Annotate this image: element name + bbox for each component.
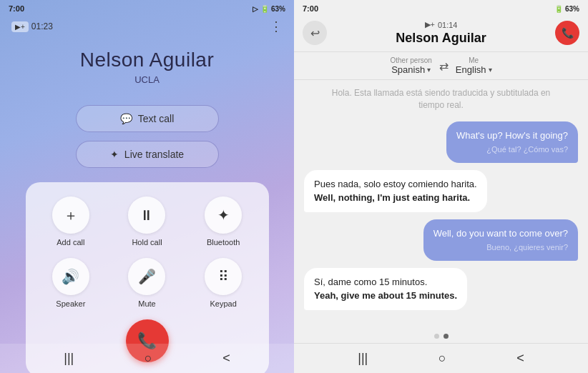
system-message-text: Hola. Esta llamada está siendo traducida…: [332, 88, 551, 110]
other-person-label: Other person: [390, 56, 431, 64]
recents-nav-left[interactable]: |||: [64, 351, 74, 366]
recents-nav-right[interactable]: |||: [358, 351, 368, 366]
other-language-value: Spanish: [391, 64, 425, 75]
page-dots: [294, 329, 588, 343]
battery-icon-left: ▷ 🔋 63%: [253, 5, 285, 13]
back-button-right[interactable]: ↩: [303, 21, 327, 45]
system-message: Hola. Esta llamada está siendo traducida…: [304, 87, 578, 111]
time-left: 7:00: [9, 4, 24, 13]
message-bubble-3: Well, do you want to come over? Bueno, ¿…: [423, 219, 578, 261]
add-call-control[interactable]: ＋ Add call: [52, 197, 89, 247]
left-phone: 7:00 ▷ 🔋 63% ▶+ 01:23 ⋮ Nelson Aguilar U…: [0, 0, 294, 373]
end-call-button-right[interactable]: 📞: [555, 21, 579, 45]
text-call-button[interactable]: 💬 Text call: [76, 105, 219, 132]
message-4-translation: Yeah, give me about 15 minutes.: [314, 289, 457, 303]
more-options-button[interactable]: ⋮: [270, 19, 283, 34]
hold-call-icon: ⏸: [128, 197, 165, 234]
add-call-label: Add call: [57, 238, 84, 247]
other-language-arrow: ▾: [427, 66, 431, 74]
my-language-value: English: [456, 64, 486, 75]
speaker-label: Speaker: [56, 299, 85, 308]
other-person-lang-group: Other person Spanish ▾: [390, 56, 431, 75]
live-translate-label: Live translate: [124, 149, 184, 160]
time-right: 7:00: [303, 4, 318, 13]
caller-info-right: ▶+ 01:14 Nelson Aguilar: [327, 20, 555, 46]
back-nav-left[interactable]: <: [222, 351, 230, 366]
caller-subtitle-left: UCLA: [134, 74, 160, 85]
home-nav-left[interactable]: ○: [144, 351, 152, 366]
language-row: Other person Spanish ▾ ⇄ Me English ▾: [294, 52, 588, 80]
video-badge-left: ▶+: [11, 21, 29, 32]
action-buttons: 💬 Text call ✦ Live translate: [76, 105, 219, 168]
home-nav-right[interactable]: ○: [438, 351, 446, 366]
bluetooth-icon: ✦: [205, 197, 242, 234]
controls-row-2: 🔊 Speaker 🎤 Mute ⠿ Keypad: [33, 258, 262, 308]
back-icon-right: ↩: [310, 26, 320, 40]
duration-text-right: 01:14: [438, 21, 458, 29]
hold-call-label: Hold call: [132, 238, 162, 247]
message-2-translation: Well, nothing, I'm just eating harita.: [314, 191, 477, 205]
keypad-label: Keypad: [210, 299, 236, 308]
message-3-original: Well, do you want to come over?: [433, 227, 568, 241]
status-bar-right: 7:00 🔋 63%: [294, 0, 588, 17]
status-icons-left: ▷ 🔋 63%: [253, 5, 285, 13]
message-bubble-1: What's up? How's it going? ¿Qué tal? ¿Có…: [446, 121, 578, 163]
video-plus-icon: ▶+: [15, 23, 25, 31]
hold-call-control[interactable]: ⏸ Hold call: [128, 197, 165, 247]
keypad-control[interactable]: ⠿ Keypad: [205, 258, 242, 308]
other-language-select[interactable]: Spanish ▾: [391, 64, 431, 75]
caller-name-right: Nelson Aguilar: [396, 31, 486, 46]
add-call-icon: ＋: [52, 197, 89, 234]
message-1-original: What's up? How's it going?: [456, 129, 568, 143]
my-language-arrow: ▾: [489, 66, 492, 74]
caller-name-left: Nelson Aguilar: [80, 49, 215, 71]
my-language-select[interactable]: English ▾: [456, 64, 492, 75]
bluetooth-control[interactable]: ✦ Bluetooth: [205, 197, 242, 247]
call-header-right: ↩ ▶+ 01:14 Nelson Aguilar 📞: [294, 17, 588, 52]
status-icons-right: 🔋 63%: [554, 5, 579, 13]
mute-control[interactable]: 🎤 Mute: [128, 258, 165, 308]
dot-2: [444, 334, 449, 339]
my-lang-group: Me English ▾: [456, 56, 492, 75]
message-4-original: Sí, dame como 15 minutos.: [314, 275, 457, 289]
nav-bar-left: ||| ○ <: [0, 344, 294, 373]
video-badge-right: ▶+: [425, 20, 435, 29]
live-translate-icon: ✦: [110, 149, 119, 160]
live-translate-button[interactable]: ✦ Live translate: [76, 141, 219, 168]
text-call-icon: 💬: [120, 113, 132, 124]
end-call-icon-right: 📞: [562, 27, 574, 39]
nav-bar-right: ||| ○ <: [294, 343, 588, 373]
call-duration-left: ▶+ 01:23: [11, 21, 53, 32]
controls-row-1: ＋ Add call ⏸ Hold call ✦ Bluetooth: [33, 197, 262, 247]
keypad-icon: ⠿: [205, 258, 242, 295]
battery-icon-right: 🔋 63%: [554, 5, 579, 13]
mute-icon: 🎤: [128, 258, 165, 295]
call-header-left: ▶+ 01:23 ⋮: [0, 17, 294, 34]
call-duration-right: ▶+ 01:14: [425, 20, 458, 29]
swap-languages-button[interactable]: ⇄: [439, 59, 449, 73]
me-label: Me: [469, 56, 479, 64]
message-1-translation: ¿Qué tal? ¿Cómo vas?: [456, 144, 568, 156]
message-bubble-4: Sí, dame como 15 minutos. Yeah, give me …: [304, 268, 467, 310]
speaker-icon: 🔊: [52, 258, 89, 295]
bluetooth-label: Bluetooth: [207, 238, 240, 247]
status-bar-left: 7:00 ▷ 🔋 63%: [0, 0, 294, 17]
text-call-label: Text call: [138, 113, 175, 124]
message-bubble-2: Pues nada, solo estoy comiendo harita. W…: [304, 170, 487, 212]
speaker-control[interactable]: 🔊 Speaker: [52, 258, 89, 308]
right-phone: 7:00 🔋 63% ↩ ▶+ 01:14 Nelson Aguilar 📞 O…: [294, 0, 588, 373]
back-nav-right[interactable]: <: [516, 351, 524, 366]
message-2-original: Pues nada, solo estoy comiendo harita.: [314, 177, 477, 192]
mute-label: Mute: [138, 299, 155, 308]
dot-1: [434, 334, 439, 339]
message-3-translation: Bueno, ¿quieres venir?: [433, 242, 568, 254]
chat-area: Hola. Esta llamada está siendo traducida…: [294, 80, 588, 329]
duration-text-left: 01:23: [31, 21, 53, 31]
